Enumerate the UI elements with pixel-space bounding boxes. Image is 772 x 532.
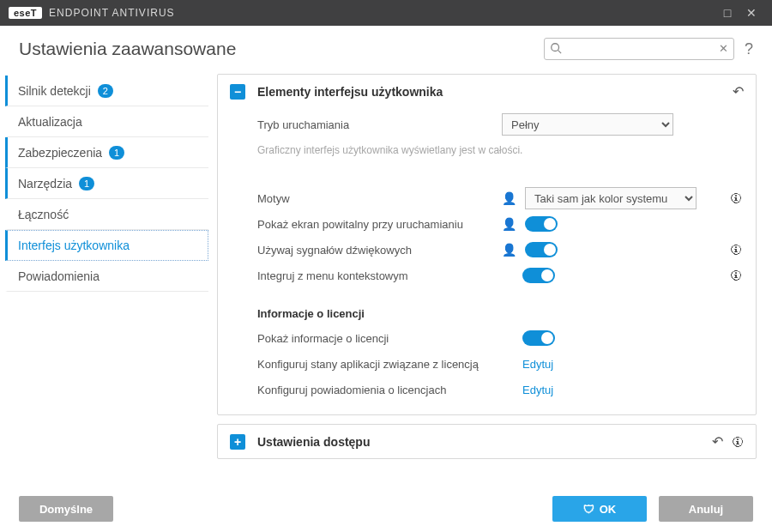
startup-mode-select[interactable]: Pełny	[502, 113, 673, 136]
sidebar-badge: 1	[109, 146, 124, 160]
info-icon[interactable]: 🛈	[732, 435, 744, 449]
sidebar: Silnik detekcji 2 Aktualizacja Zabezpiec…	[0, 65, 208, 494]
splash-label: Pokaż ekran powitalny przy uruchamianiu	[257, 218, 502, 231]
window-maximize-icon[interactable]: □	[715, 6, 739, 20]
sounds-toggle[interactable]	[525, 242, 558, 257]
context-label: Integruj z menu kontekstowym	[257, 269, 502, 282]
license-heading: Informacje o licencji	[257, 307, 742, 320]
theme-select[interactable]: Taki sam jak kolor systemu	[525, 187, 697, 209]
sidebar-item-connectivity[interactable]: Łączność	[5, 199, 208, 230]
footer: Domyślne 🛡 OK Anuluj	[0, 486, 772, 532]
titlebar: eseT ENDPOINT ANTIVIRUS □ ✕	[0, 0, 772, 26]
sidebar-item-detection-engine[interactable]: Silnik detekcji 2	[5, 76, 208, 106]
edit-notifications-link[interactable]: Edytuj	[522, 384, 553, 396]
search-icon	[550, 42, 562, 57]
sidebar-item-tools[interactable]: Narzędzia 1	[5, 168, 208, 199]
sidebar-badge: 2	[98, 84, 113, 98]
page-title: Ustawienia zaawansowane	[19, 39, 544, 59]
expand-icon[interactable]: +	[230, 434, 245, 450]
search-field[interactable]: ✕	[544, 38, 734, 60]
sidebar-item-notifications[interactable]: Powiadomienia	[5, 261, 208, 292]
search-input[interactable]	[544, 38, 734, 60]
sidebar-item-update[interactable]: Aktualizacja	[5, 106, 208, 137]
config-notif-label: Konfiguruj powiadomienia o licencjach	[257, 384, 502, 396]
user-icon: 👤	[502, 243, 516, 257]
startup-mode-note: Graficzny interfejs użytkownika wyświetl…	[257, 144, 522, 156]
startup-mode-label: Tryb uruchamiania	[257, 118, 502, 131]
sidebar-item-protections[interactable]: Zabezpieczenia 1	[5, 137, 208, 168]
revert-icon[interactable]: ↶	[733, 83, 744, 100]
sidebar-item-label: Powiadomienia	[18, 269, 100, 283]
svg-line-1	[558, 51, 562, 54]
sidebar-item-label: Zabezpieczenia	[18, 146, 102, 160]
defaults-button[interactable]: Domyślne	[19, 496, 113, 522]
window-close-icon[interactable]: ✕	[739, 6, 763, 20]
cancel-button[interactable]: Anuluj	[659, 496, 753, 522]
theme-label: Motyw	[257, 192, 502, 205]
sidebar-item-label: Łączność	[18, 208, 69, 221]
info-icon[interactable]: 🛈	[730, 269, 742, 282]
panel-access-settings: + Ustawienia dostępu ↶ 🛈	[217, 424, 757, 459]
panel-ui-elements: − Elementy interfejsu użytkownika ↶ Tryb…	[217, 74, 757, 415]
config-states-label: Konfiguruj stany aplikacji związane z li…	[257, 358, 502, 371]
sidebar-item-label: Narzędzia	[18, 177, 72, 190]
panel-title: Ustawienia dostępu	[257, 435, 703, 449]
brand-logo: eseT	[9, 7, 42, 19]
collapse-icon[interactable]: −	[230, 84, 245, 100]
product-name: ENDPOINT ANTIVIRUS	[49, 7, 174, 19]
clear-search-icon[interactable]: ✕	[719, 42, 728, 55]
help-button[interactable]: ?	[745, 40, 753, 58]
context-toggle[interactable]	[522, 268, 555, 283]
header: Ustawienia zaawansowane ✕ ?	[0, 26, 772, 65]
sidebar-badge: 1	[79, 177, 94, 190]
sounds-label: Używaj sygnałów dźwiękowych	[257, 244, 502, 257]
sidebar-item-label: Silnik detekcji	[18, 84, 91, 98]
sidebar-item-user-interface[interactable]: Interfejs użytkownika	[5, 230, 208, 261]
ok-button[interactable]: 🛡 OK	[552, 496, 647, 522]
svg-point-0	[552, 44, 559, 51]
sidebar-item-label: Interfejs użytkownika	[18, 239, 130, 252]
info-icon[interactable]: 🛈	[730, 191, 742, 205]
main-panel: − Elementy interfejsu użytkownika ↶ Tryb…	[208, 65, 772, 494]
sidebar-item-label: Aktualizacja	[18, 115, 82, 129]
show-license-toggle[interactable]	[522, 330, 555, 346]
shield-icon: 🛡	[583, 503, 594, 516]
edit-states-link[interactable]: Edytuj	[522, 358, 553, 371]
user-icon: 👤	[502, 217, 516, 231]
revert-icon[interactable]: ↶	[712, 433, 723, 450]
show-license-label: Pokaż informacje o licencji	[257, 332, 502, 345]
splash-toggle[interactable]	[525, 216, 558, 232]
panel-title: Elementy interfejsu użytkownika	[257, 85, 724, 99]
info-icon[interactable]: 🛈	[730, 243, 742, 257]
user-icon: 👤	[502, 191, 516, 205]
